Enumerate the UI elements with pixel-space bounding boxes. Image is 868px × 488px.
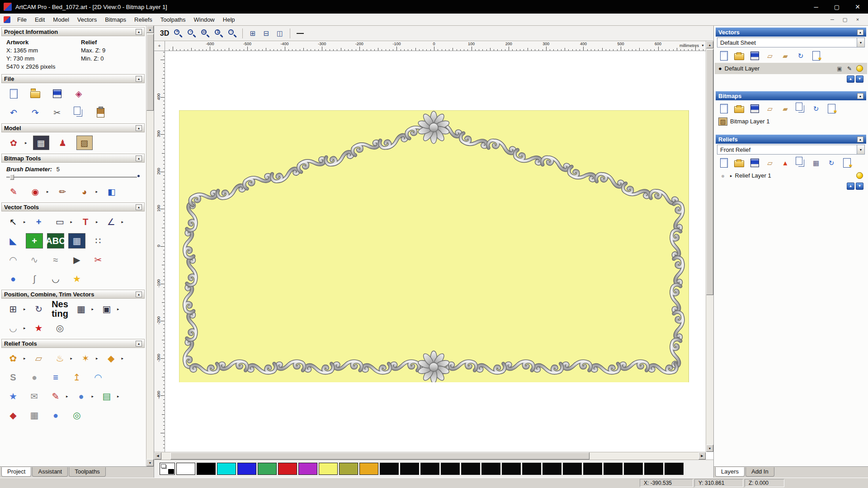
menu-help[interactable]: Help (219, 14, 239, 25)
palette-swatch[interactable] (665, 463, 684, 475)
relief-clipart-icon-flyout[interactable]: ▸ (25, 141, 27, 145)
sculpting-icon-flyout[interactable]: ▸ (71, 356, 73, 361)
menu-model[interactable]: Model (49, 14, 73, 25)
node-editing-icon[interactable]: ∫ (26, 271, 43, 286)
paint-selective-icon[interactable]: ◉ (27, 184, 43, 199)
recycle-relief-icon[interactable]: ↻ (825, 157, 838, 168)
scrollbar-track[interactable] (706, 48, 713, 445)
sheet-selector[interactable]: Default Sheet ▼ (717, 38, 865, 47)
flood-fill-icon[interactable]: ◧ (104, 184, 120, 199)
create-text-icon[interactable]: T (77, 214, 94, 230)
greyscale-model-icon[interactable]: ♟ (55, 136, 71, 150)
spiral-icon[interactable]: ◎ (52, 320, 69, 336)
collapse-icon[interactable]: ▲ (136, 204, 142, 210)
artwork-design[interactable] (179, 110, 689, 383)
layer-row-default-layer[interactable]: ● Default Layer ▣✎ (715, 63, 867, 74)
new-relief-star-icon[interactable] (840, 157, 853, 168)
bitmap-thumbnail-icon[interactable]: ▨ (718, 117, 727, 126)
preview-pane-icon[interactable]: ◫ (274, 28, 286, 39)
view-3d-button[interactable]: 3D (159, 28, 170, 39)
layer-row-bitmap-layer-1[interactable]: ▨ Bitmap Layer 1 (715, 116, 867, 127)
reliefs-section-header[interactable]: Reliefs ▲ (716, 135, 866, 144)
export-bitmap-icon[interactable]: ▰ (779, 103, 792, 114)
sphere-relief-icon[interactable]: ● (73, 389, 90, 404)
raise-relief-icon[interactable]: ↥ (68, 370, 85, 385)
copy-along-curve-icon[interactable]: ▣ (98, 301, 115, 317)
tab-assistant[interactable]: Assistant (32, 467, 68, 477)
tab-toolpaths[interactable]: Toolpaths (69, 467, 106, 477)
envelope-distort-icon[interactable]: ✉ (26, 389, 43, 404)
smoothing-icon[interactable]: S (5, 370, 22, 385)
open-bitmap-layer-icon[interactable] (733, 103, 745, 114)
weave-wizard-icon[interactable]: ● (26, 370, 43, 385)
sphere-relief-icon-flyout[interactable]: ▸ (92, 394, 94, 399)
scroll-up-button[interactable]: ▲ (706, 41, 713, 48)
menu-edit[interactable]: Edit (31, 14, 49, 25)
mesh-relief-icon[interactable]: ▦ (26, 408, 43, 423)
block-copy-icon[interactable]: ▦ (73, 301, 90, 317)
colour-palette-icon-flyout[interactable]: ▸ (96, 189, 98, 194)
collapse-icon[interactable]: ▲ (857, 136, 863, 142)
guides-toggle-icon[interactable]: ⊟ (260, 28, 272, 39)
angled-plane-icon[interactable]: ▱ (30, 351, 47, 366)
extrude-relief-icon-flyout[interactable]: ▸ (117, 394, 119, 399)
new-bitmap-star-icon[interactable] (825, 103, 838, 114)
save-sheet-icon[interactable] (748, 50, 761, 61)
relief-tools-header[interactable]: Relief Tools ▲ (1, 339, 145, 348)
shape-editor-icon-flyout[interactable]: ▸ (24, 356, 26, 361)
load-bitmap-icon[interactable]: ▨ (76, 136, 93, 150)
convert-text-icon[interactable]: ABC (47, 233, 64, 249)
texture-relief-icon[interactable]: ✶ (77, 351, 94, 366)
free-polyline-icon[interactable]: ∿ (26, 252, 43, 267)
blue-shape-icon[interactable]: ● (47, 408, 64, 423)
new-sheet-icon[interactable] (717, 50, 730, 61)
canvas-viewport[interactable] (165, 51, 706, 452)
copy-along-curve-icon-flyout[interactable]: ▸ (117, 307, 119, 311)
ruler-unit-dropdown-icon[interactable]: ▼ (701, 44, 704, 47)
palette-swatch[interactable] (441, 463, 460, 475)
offset-relief-icon[interactable]: ≡ (47, 370, 64, 385)
texture-relief-icon-flyout[interactable]: ▸ (96, 356, 98, 361)
palette-swatch[interactable] (359, 463, 378, 475)
join-vectors-icon[interactable]: ▶ (68, 252, 85, 267)
palette-swatch[interactable] (461, 463, 480, 475)
layer-edit-icon[interactable]: ✎ (845, 65, 854, 72)
palette-swatch[interactable] (339, 463, 358, 475)
vector-layer-down-icon[interactable]: ▼ (856, 75, 863, 83)
save-model-icon[interactable] (49, 86, 65, 101)
open-relief-layer-icon[interactable] (733, 157, 745, 168)
collapse-icon[interactable]: ▲ (136, 291, 142, 297)
layer-expander-icon[interactable]: ▸ (730, 174, 732, 178)
slider-thumb[interactable] (10, 174, 14, 180)
mdi-close-button[interactable]: × (854, 17, 862, 23)
colour-selector[interactable] (160, 463, 175, 475)
tab-project[interactable]: Project (1, 467, 31, 477)
relief-layer-up-icon[interactable]: ▲ (847, 183, 854, 190)
mdi-minimize-button[interactable]: ─ (828, 17, 836, 23)
scrollbar-thumb[interactable] (146, 34, 154, 111)
scrollbar-track[interactable] (161, 452, 698, 460)
new-bitmap-layer-icon[interactable] (717, 103, 730, 114)
dome-relief-icon[interactable]: ◠ (90, 370, 107, 385)
collapse-icon[interactable]: ▲ (136, 125, 142, 131)
layer-visibility-icon[interactable] (855, 65, 863, 72)
new-relief-layer-icon[interactable] (717, 157, 730, 168)
stretch-vectors-icon[interactable]: ◡ (5, 320, 22, 336)
position-combine-trim-header[interactable]: Position, Combine, Trim Vectors ▲ (1, 290, 145, 299)
redo-icon[interactable]: ↷ (27, 105, 43, 120)
palette-swatch[interactable] (420, 463, 439, 475)
cut-icon[interactable]: ✂ (49, 105, 65, 120)
palette-swatch[interactable] (176, 463, 195, 475)
scroll-left-button[interactable]: ◀ (154, 452, 161, 460)
shape-editor-icon[interactable]: ✿ (5, 351, 22, 366)
collapse-icon[interactable]: ▲ (857, 93, 863, 99)
palette-swatch[interactable] (380, 463, 399, 475)
collapse-icon[interactable]: ▲ (857, 29, 863, 35)
paint-relief-icon[interactable]: ✎ (47, 389, 64, 404)
collapse-icon[interactable]: ▲ (136, 341, 142, 347)
snap-grid-toggle-icon[interactable]: ⊞ (247, 28, 259, 39)
palette-swatch[interactable] (522, 463, 541, 475)
relief-layer-down-icon[interactable]: ▼ (856, 183, 863, 190)
relief-grid-icon[interactable]: ▦ (810, 157, 822, 168)
emboss-relief-icon[interactable]: ◆ (103, 351, 120, 366)
